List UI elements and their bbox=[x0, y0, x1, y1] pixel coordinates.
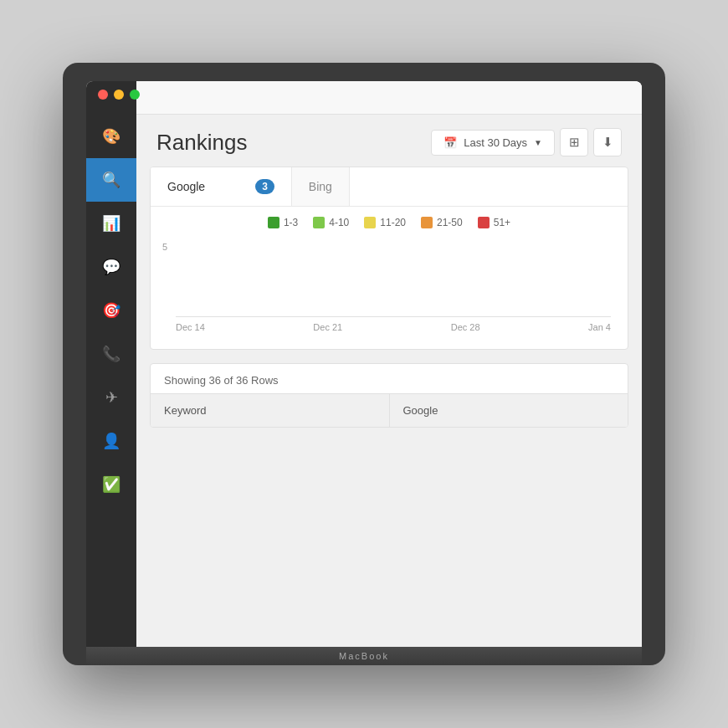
dashboard-icon: 🎨 bbox=[102, 127, 120, 146]
sidebar-item-users[interactable]: 👤 bbox=[86, 419, 136, 463]
sidebar-item-targeting[interactable]: 🎯 bbox=[86, 289, 136, 332]
filter-icon: ⊞ bbox=[569, 135, 580, 150]
legend-item-1-3: 1-3 bbox=[268, 217, 298, 228]
search-icon: 🔍 bbox=[102, 171, 120, 189]
laptop-base: MacBook bbox=[86, 647, 642, 665]
legend-label-21-50: 21-50 bbox=[437, 217, 463, 228]
chart-legend: 1-3 4-10 11-20 bbox=[151, 207, 628, 233]
legend-label-1-3: 1-3 bbox=[284, 217, 298, 228]
y-axis-label: 5 bbox=[162, 242, 167, 252]
legend-dot-21-50 bbox=[421, 217, 433, 228]
download-icon: ⬇ bbox=[602, 135, 613, 150]
tab-google-label: Google bbox=[167, 180, 205, 193]
legend-item-51plus: 51+ bbox=[478, 217, 510, 228]
page-title: Rankings bbox=[156, 130, 247, 156]
legend-label-4-10: 4-10 bbox=[329, 217, 349, 228]
legend-item-11-20: 11-20 bbox=[364, 217, 406, 228]
th-google: Google bbox=[390, 394, 628, 427]
traffic-lights bbox=[98, 90, 140, 100]
date-range-button[interactable]: 📅 Last 30 Days ▼ bbox=[431, 130, 555, 156]
date-range-label: Last 30 Days bbox=[464, 136, 527, 149]
tab-bing-label: Bing bbox=[309, 180, 332, 193]
sidebar-item-messages[interactable]: 💬 bbox=[86, 245, 136, 289]
sidebar-item-rankings[interactable]: 🔍 bbox=[86, 158, 136, 202]
filter-button[interactable]: ⊞ bbox=[560, 128, 588, 156]
chart-card: Google 3 Bing 1-3 bbox=[150, 167, 628, 350]
top-bar bbox=[136, 81, 642, 115]
messages-icon: 💬 bbox=[102, 258, 120, 276]
content-area: Google 3 Bing 1-3 bbox=[136, 167, 642, 647]
chart-tabs: Google 3 Bing bbox=[151, 167, 628, 207]
sidebar-item-analytics[interactable]: 📊 bbox=[86, 202, 136, 245]
x-label-dec28: Dec 28 bbox=[451, 322, 480, 332]
phone-icon: 📞 bbox=[102, 345, 120, 363]
close-button[interactable] bbox=[98, 90, 108, 100]
users-icon: 👤 bbox=[102, 432, 120, 450]
legend-dot-1-3 bbox=[268, 217, 279, 228]
legend-label-11-20: 11-20 bbox=[380, 217, 406, 228]
x-label-dec21: Dec 21 bbox=[313, 322, 342, 332]
minimize-button[interactable] bbox=[114, 90, 124, 100]
legend-dot-11-20 bbox=[364, 217, 376, 228]
showing-rows-text: Showing 36 of 36 Rows bbox=[151, 364, 628, 393]
legend-dot-51plus bbox=[478, 217, 490, 228]
sidebar: 🎨 🔍 📊 💬 🎯 📞 ✈ bbox=[86, 81, 136, 647]
th-keyword: Keyword bbox=[151, 394, 390, 427]
sidebar-item-tasks[interactable]: ✅ bbox=[86, 463, 136, 506]
screen-content: 🎨 🔍 📊 💬 🎯 📞 ✈ bbox=[86, 81, 642, 647]
targeting-icon: 🎯 bbox=[102, 301, 120, 320]
laptop-frame: 🎨 🔍 📊 💬 🎯 📞 ✈ bbox=[63, 63, 665, 665]
maximize-button[interactable] bbox=[130, 90, 140, 100]
screen-bezel: 🎨 🔍 📊 💬 🎯 📞 ✈ bbox=[86, 81, 642, 647]
chart-area: 5 Dec 14 Dec 21 Dec 28 Jan 4 bbox=[151, 233, 628, 349]
brand-label: MacBook bbox=[339, 651, 389, 661]
chevron-down-icon: ▼ bbox=[534, 138, 542, 147]
tasks-icon: ✅ bbox=[102, 475, 120, 494]
table-card: Showing 36 of 36 Rows Keyword Google bbox=[150, 363, 628, 428]
header-actions: 📅 Last 30 Days ▼ ⊞ ⬇ bbox=[431, 128, 622, 156]
x-label-dec14: Dec 14 bbox=[176, 322, 205, 332]
download-button[interactable]: ⬇ bbox=[593, 128, 622, 156]
legend-label-51plus: 51+ bbox=[494, 217, 510, 228]
bar-chart bbox=[176, 242, 611, 317]
x-label-jan4: Jan 4 bbox=[588, 322, 611, 332]
main-content: Rankings 📅 Last 30 Days ▼ ⊞ ⬇ bbox=[136, 81, 642, 647]
sidebar-item-dashboard[interactable]: 🎨 bbox=[86, 115, 136, 158]
campaigns-icon: ✈ bbox=[105, 388, 118, 407]
calendar-icon: 📅 bbox=[443, 136, 457, 149]
table-header: Keyword Google bbox=[151, 393, 628, 427]
tab-google[interactable]: Google 3 bbox=[151, 167, 292, 206]
legend-item-21-50: 21-50 bbox=[421, 217, 463, 228]
sidebar-item-phone[interactable]: 📞 bbox=[86, 332, 136, 376]
analytics-icon: 📊 bbox=[102, 214, 120, 233]
legend-dot-4-10 bbox=[313, 217, 325, 228]
page-header: Rankings 📅 Last 30 Days ▼ ⊞ ⬇ bbox=[136, 115, 642, 167]
x-axis-labels: Dec 14 Dec 21 Dec 28 Jan 4 bbox=[176, 317, 611, 341]
sidebar-item-campaigns[interactable]: ✈ bbox=[86, 376, 136, 419]
tab-google-count: 3 bbox=[255, 179, 274, 194]
tab-bing[interactable]: Bing bbox=[292, 167, 350, 206]
legend-item-4-10: 4-10 bbox=[313, 217, 349, 228]
